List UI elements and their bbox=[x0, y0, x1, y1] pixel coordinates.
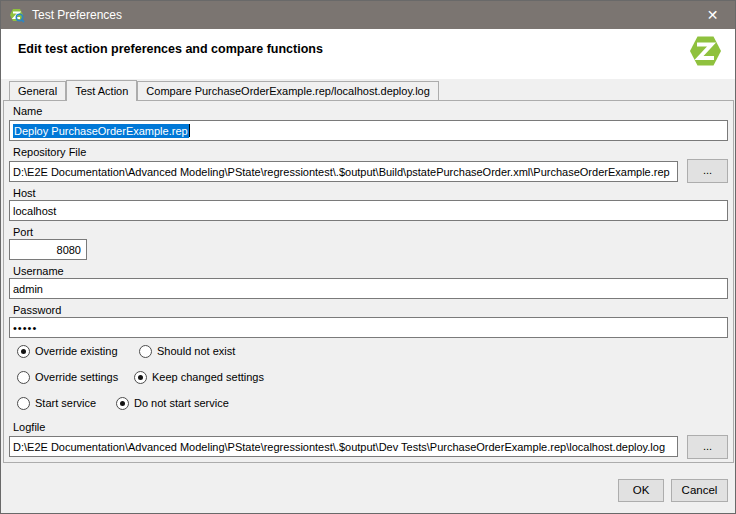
radio-label: Do not start service bbox=[134, 397, 229, 409]
repository-file-input[interactable] bbox=[9, 161, 678, 182]
port-input[interactable] bbox=[9, 239, 87, 260]
password-label: Password bbox=[13, 304, 61, 316]
username-input[interactable] bbox=[9, 278, 728, 299]
radio-button-icon bbox=[116, 397, 129, 410]
close-button[interactable]: ✕ bbox=[690, 1, 735, 29]
e2e-brand-logo bbox=[689, 33, 722, 69]
radio-start-service[interactable]: Start service bbox=[17, 396, 96, 410]
text-caret bbox=[189, 124, 190, 137]
close-icon: ✕ bbox=[707, 7, 719, 23]
test-preferences-dialog: Test Preferences ✕ Edit test action pref… bbox=[0, 0, 736, 514]
password-input[interactable] bbox=[9, 317, 728, 338]
tab-bar: General Test Action Compare PurchaseOrde… bbox=[9, 80, 439, 101]
radio-override-existing[interactable]: Override existing bbox=[17, 344, 118, 358]
tab-test-action[interactable]: Test Action bbox=[66, 80, 137, 101]
radio-button-icon bbox=[17, 345, 30, 358]
dialog-description: Edit test action preferences and compare… bbox=[18, 42, 323, 56]
name-input[interactable]: Deploy PurchaseOrderExample.rep bbox=[9, 120, 728, 141]
radio-button-icon bbox=[134, 371, 147, 384]
radio-label: Override settings bbox=[35, 371, 118, 383]
logfile-input[interactable] bbox=[9, 436, 678, 457]
radio-button-icon bbox=[17, 397, 30, 410]
window-title: Test Preferences bbox=[32, 8, 122, 22]
name-label: Name bbox=[13, 105, 42, 117]
repository-browse-button[interactable]: ... bbox=[687, 159, 728, 183]
repository-file-label: Repository File bbox=[13, 146, 86, 158]
radio-label: Keep changed settings bbox=[152, 371, 264, 383]
logfile-browse-button[interactable]: ... bbox=[687, 435, 728, 459]
tab-general[interactable]: General bbox=[9, 81, 66, 100]
radio-label: Should not exist bbox=[157, 345, 235, 357]
radio-should-not-exist[interactable]: Should not exist bbox=[139, 344, 235, 358]
radio-do-not-start-service[interactable]: Do not start service bbox=[116, 396, 229, 410]
host-label: Host bbox=[13, 187, 36, 199]
cancel-button[interactable]: Cancel bbox=[671, 479, 728, 502]
radio-label: Override existing bbox=[35, 345, 118, 357]
name-selected-text: Deploy PurchaseOrderExample.rep bbox=[13, 124, 189, 138]
title-bar: Test Preferences ✕ bbox=[1, 1, 735, 29]
tab-compare[interactable]: Compare PurchaseOrderExample.rep/localho… bbox=[137, 81, 439, 100]
host-input[interactable] bbox=[9, 200, 728, 221]
radio-override-settings[interactable]: Override settings bbox=[17, 370, 118, 384]
radio-keep-changed-settings[interactable]: Keep changed settings bbox=[134, 370, 264, 384]
port-label: Port bbox=[13, 226, 33, 238]
logfile-label: Logfile bbox=[13, 421, 45, 433]
dialog-header: Edit test action preferences and compare… bbox=[1, 29, 735, 79]
ok-button[interactable]: OK bbox=[618, 479, 664, 502]
username-label: Username bbox=[13, 265, 64, 277]
app-logo-icon bbox=[9, 7, 25, 23]
radio-button-icon bbox=[17, 371, 30, 384]
radio-label: Start service bbox=[35, 397, 96, 409]
radio-button-icon bbox=[139, 345, 152, 358]
